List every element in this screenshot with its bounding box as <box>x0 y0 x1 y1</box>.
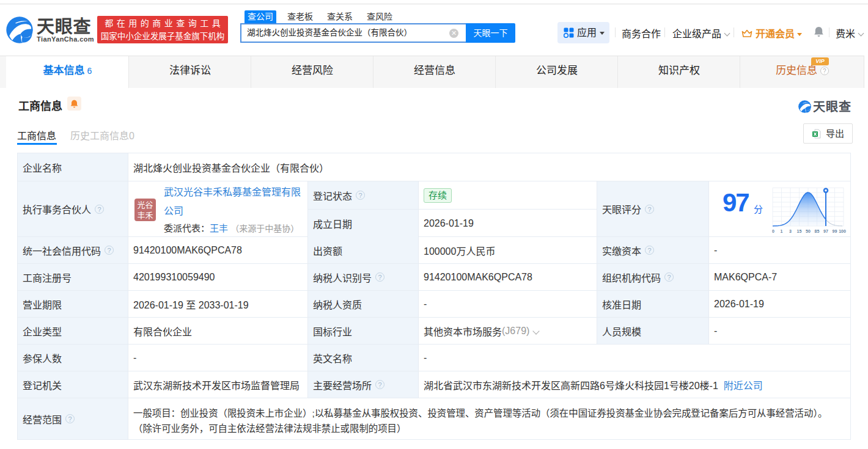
svg-text:85: 85 <box>815 229 820 233</box>
svg-text:97: 97 <box>823 229 828 233</box>
svg-text:3: 3 <box>789 229 792 233</box>
svg-text:1: 1 <box>781 229 783 233</box>
svg-text:0: 0 <box>772 229 774 233</box>
svg-text:99: 99 <box>833 229 837 233</box>
svg-text:50: 50 <box>806 229 811 233</box>
svg-text:100: 100 <box>839 229 846 233</box>
svg-text:15: 15 <box>797 229 802 233</box>
